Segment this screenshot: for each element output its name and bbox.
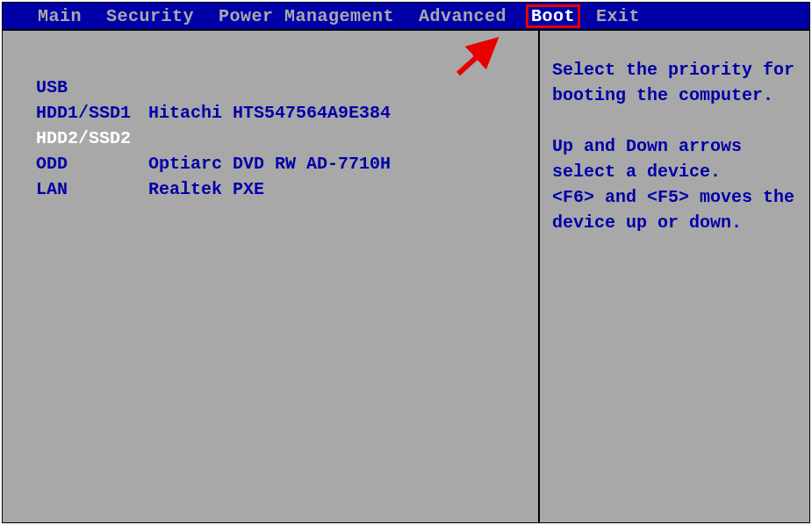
- help-text: <F6> and <F5> moves the: [552, 184, 797, 210]
- boot-device-usb[interactable]: USB: [36, 75, 538, 100]
- device-name: Hitachi HTS547564A9E384: [148, 100, 391, 126]
- help-text: select a device.: [552, 159, 797, 184]
- menu-boot[interactable]: Boot: [528, 6, 578, 26]
- boot-device-odd[interactable]: ODD Optiarc DVD RW AD-7710H: [36, 151, 538, 176]
- device-label: HDD1/SSD1: [36, 100, 148, 126]
- boot-device-hdd1[interactable]: HDD1/SSD1 Hitachi HTS547564A9E384: [36, 100, 538, 126]
- help-text: booting the computer.: [552, 83, 797, 108]
- boot-device-list: USB HDD1/SSD1 Hitachi HTS547564A9E384 HD…: [3, 31, 540, 522]
- device-label: USB: [36, 75, 148, 100]
- help-text: Up and Down arrows: [552, 133, 797, 159]
- device-label: ODD: [36, 151, 148, 176]
- device-name: Optiarc DVD RW AD-7710H: [148, 151, 391, 176]
- menu-security[interactable]: Security: [106, 6, 194, 26]
- menu-exit[interactable]: Exit: [596, 6, 640, 26]
- bios-content: USB HDD1/SSD1 Hitachi HTS547564A9E384 HD…: [3, 29, 809, 522]
- help-panel: Select the priority for booting the comp…: [540, 31, 809, 522]
- menu-power-management[interactable]: Power Management: [219, 6, 394, 26]
- help-text: device up or down.: [552, 210, 797, 235]
- boot-device-lan[interactable]: LAN Realtek PXE: [36, 176, 538, 202]
- device-label: LAN: [36, 176, 148, 202]
- help-text: Select the priority for: [552, 57, 797, 83]
- device-name: Realtek PXE: [148, 176, 264, 202]
- bios-menubar: Main Security Power Management Advanced …: [3, 3, 809, 29]
- boot-device-hdd2[interactable]: HDD2/SSD2: [36, 126, 538, 151]
- device-label: HDD2/SSD2: [36, 126, 148, 151]
- menu-advanced[interactable]: Advanced: [419, 6, 507, 26]
- menu-main[interactable]: Main: [38, 6, 82, 26]
- bios-screen: Main Security Power Management Advanced …: [2, 2, 810, 523]
